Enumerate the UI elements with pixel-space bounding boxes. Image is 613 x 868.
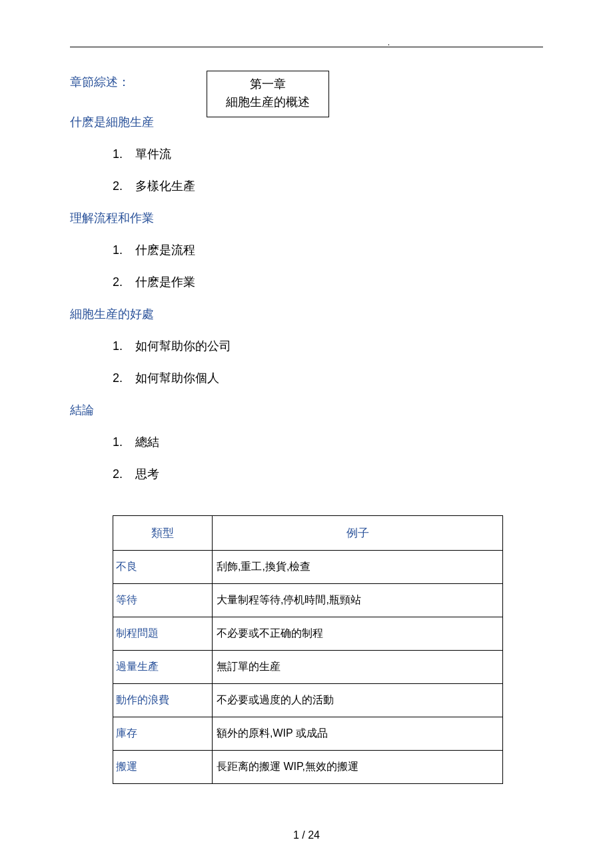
section-heading: 細胞生産的好處 bbox=[70, 306, 543, 322]
table-row: 等待 大量制程等待,停机時間,瓶頸站 bbox=[113, 584, 503, 617]
waste-types-table: 類型 例子 不良 刮飾,重工,換貨,檢查 等待 大量制程等待,停机時間,瓶頸站 … bbox=[113, 515, 503, 784]
table-cell-type: 庫存 bbox=[113, 717, 213, 751]
table-cell-example: 長距离的搬運 WIP,無效的搬運 bbox=[213, 751, 503, 784]
section-heading: 理解流程和作業 bbox=[70, 210, 543, 226]
table-row: 動作的浪費 不必要或過度的人的活動 bbox=[113, 684, 503, 717]
section-heading: 結論 bbox=[70, 402, 543, 418]
list-item: 1.單件流 bbox=[113, 146, 543, 162]
table-cell-type: 搬運 bbox=[113, 751, 213, 784]
chapter-title-box: 第一章 細胞生産的概述 bbox=[207, 71, 329, 117]
table-cell-example: 刮飾,重工,換貨,檢查 bbox=[213, 551, 503, 584]
table-cell-type: 動作的浪費 bbox=[113, 684, 213, 717]
table-cell-type: 制程問題 bbox=[113, 617, 213, 651]
list-item: 2.多樣化生產 bbox=[113, 178, 543, 194]
section-list: 1.如何幫助你的公司 2.如何幫助你個人 bbox=[113, 338, 543, 386]
section-list: 1.總結 2.思考 bbox=[113, 434, 543, 482]
list-item: 1.如何幫助你的公司 bbox=[113, 338, 543, 354]
table-header-row: 類型 例子 bbox=[113, 516, 503, 551]
table-row: 過量生產 無訂單的生産 bbox=[113, 651, 503, 684]
list-item: 1.總結 bbox=[113, 434, 543, 450]
chapter-subtitle: 細胞生産的概述 bbox=[226, 93, 310, 111]
list-item: 2.思考 bbox=[113, 466, 543, 482]
table-cell-example: 額外的原料,WIP 或成品 bbox=[213, 717, 503, 751]
table-row: 庫存 額外的原料,WIP 或成品 bbox=[113, 717, 503, 751]
table-row: 不良 刮飾,重工,換貨,檢查 bbox=[113, 551, 503, 584]
section-list: 1.什麽是流程 2.什麽是作業 bbox=[113, 242, 543, 290]
list-item: 2.如何幫助你個人 bbox=[113, 370, 543, 386]
chapter-number: 第一章 bbox=[226, 75, 310, 93]
table-cell-type: 不良 bbox=[113, 551, 213, 584]
table-row: 搬運 長距离的搬運 WIP,無效的搬運 bbox=[113, 751, 503, 784]
list-item-text: 多樣化生產 bbox=[135, 179, 195, 193]
top-horizontal-rule bbox=[70, 47, 543, 47]
list-item-text: 單件流 bbox=[135, 147, 171, 161]
table-cell-example: 不必要或不正确的制程 bbox=[213, 617, 503, 651]
table-row: 制程問題 不必要或不正确的制程 bbox=[113, 617, 503, 651]
table-cell-example: 無訂單的生産 bbox=[213, 651, 503, 684]
document-page: 第一章 細胞生産的概述 章節綜述： 什麽是細胞生産 1.單件流 2.多樣化生產 … bbox=[0, 0, 613, 868]
table-cell-example: 大量制程等待,停机時間,瓶頸站 bbox=[213, 584, 503, 617]
list-item-text: 如何幫助你的公司 bbox=[135, 339, 231, 353]
list-item: 1.什麽是流程 bbox=[113, 242, 543, 258]
page-number: 1 / 24 bbox=[0, 829, 613, 841]
list-item-text: 什麽是流程 bbox=[135, 243, 195, 257]
section-list: 1.單件流 2.多樣化生產 bbox=[113, 146, 543, 194]
table-cell-type: 過量生產 bbox=[113, 651, 213, 684]
list-item-text: 思考 bbox=[135, 467, 159, 481]
list-item-text: 如何幫助你個人 bbox=[135, 371, 219, 385]
table-cell-type: 等待 bbox=[113, 584, 213, 617]
list-item: 2.什麽是作業 bbox=[113, 274, 543, 290]
table-header-example: 例子 bbox=[213, 516, 503, 551]
list-item-text: 什麽是作業 bbox=[135, 275, 195, 289]
table-cell-example: 不必要或過度的人的活動 bbox=[213, 684, 503, 717]
list-item-text: 總結 bbox=[135, 435, 159, 449]
table-header-type: 類型 bbox=[113, 516, 213, 551]
